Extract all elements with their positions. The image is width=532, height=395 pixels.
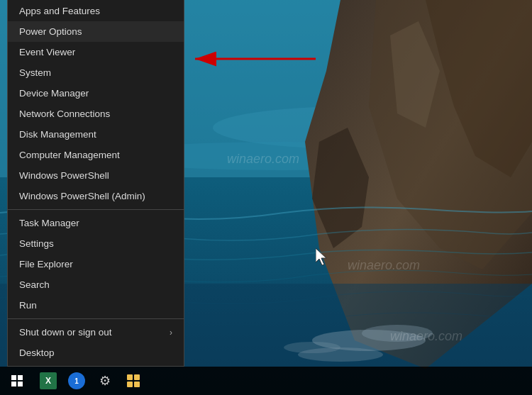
menu-item-label: Windows PowerShell (Admin) bbox=[19, 191, 145, 201]
menu-separator bbox=[8, 209, 184, 210]
menu-item-label: System bbox=[19, 67, 51, 78]
menu-item-device-manager[interactable]: Device Manager bbox=[8, 83, 184, 104]
menu-item-network-connections[interactable]: Network Connections bbox=[8, 104, 184, 124]
menu-item-label: Settings bbox=[19, 238, 54, 249]
menu-item-shut-down[interactable]: Shut down or sign out› bbox=[8, 322, 184, 343]
menu-item-label: Windows PowerShell bbox=[19, 170, 109, 181]
context-menu: Apps and FeaturesPower OptionsEvent View… bbox=[7, 0, 184, 367]
svg-text:winaero.com: winaero.com bbox=[348, 258, 420, 272]
menu-item-label: Search bbox=[19, 279, 50, 290]
menu-item-label: Device Manager bbox=[19, 88, 89, 99]
taskbar: X 1 ⚙ bbox=[0, 367, 532, 395]
menu-item-label: Apps and Features bbox=[19, 6, 100, 16]
menu-item-disk-management[interactable]: Disk Management bbox=[8, 124, 184, 145]
taskbar-onepassword-icon[interactable]: 1 bbox=[64, 367, 89, 395]
menu-item-file-explorer[interactable]: File Explorer bbox=[8, 254, 184, 274]
menu-item-event-viewer[interactable]: Event Viewer bbox=[8, 42, 184, 62]
menu-item-power-options[interactable]: Power Options bbox=[8, 21, 184, 42]
menu-item-label: Power Options bbox=[19, 26, 82, 37]
menu-arrow-icon: › bbox=[170, 328, 172, 338]
red-arrow-indicator bbox=[181, 48, 323, 72]
menu-item-apps-features[interactable]: Apps and Features bbox=[8, 1, 184, 21]
svg-text:winaero.com: winaero.com bbox=[227, 152, 299, 166]
menu-item-windows-powershell[interactable]: Windows PowerShell bbox=[8, 165, 184, 186]
menu-item-settings[interactable]: Settings bbox=[8, 233, 184, 254]
menu-item-system[interactable]: System bbox=[8, 62, 184, 83]
menu-item-label: Desktop bbox=[19, 347, 55, 358]
menu-item-run[interactable]: Run bbox=[8, 295, 184, 316]
menu-item-desktop[interactable]: Desktop bbox=[8, 343, 184, 363]
menu-item-label: Shut down or sign out bbox=[19, 327, 112, 338]
menu-item-windows-powershell-admin[interactable]: Windows PowerShell (Admin) bbox=[8, 186, 184, 206]
svg-text:winaero.com: winaero.com bbox=[390, 329, 462, 343]
menu-item-label: Run bbox=[19, 300, 37, 311]
menu-item-search[interactable]: Search bbox=[8, 274, 184, 295]
menu-item-computer-management[interactable]: Computer Management bbox=[8, 145, 184, 165]
menu-item-label: Task Manager bbox=[19, 218, 79, 228]
menu-separator bbox=[8, 318, 184, 319]
start-button[interactable] bbox=[0, 367, 34, 395]
taskbar-excel-icon[interactable]: X bbox=[35, 367, 61, 395]
menu-item-label: Disk Management bbox=[19, 129, 96, 140]
menu-item-task-manager[interactable]: Task Manager bbox=[8, 213, 184, 233]
taskbar-settings-icon[interactable]: ⚙ bbox=[92, 367, 118, 395]
menu-item-label: File Explorer bbox=[19, 259, 73, 269]
taskbar-grid-icon[interactable] bbox=[121, 367, 146, 395]
menu-item-label: Computer Management bbox=[19, 150, 120, 160]
menu-item-label: Event Viewer bbox=[19, 47, 75, 57]
menu-item-label: Network Connections bbox=[19, 109, 110, 119]
